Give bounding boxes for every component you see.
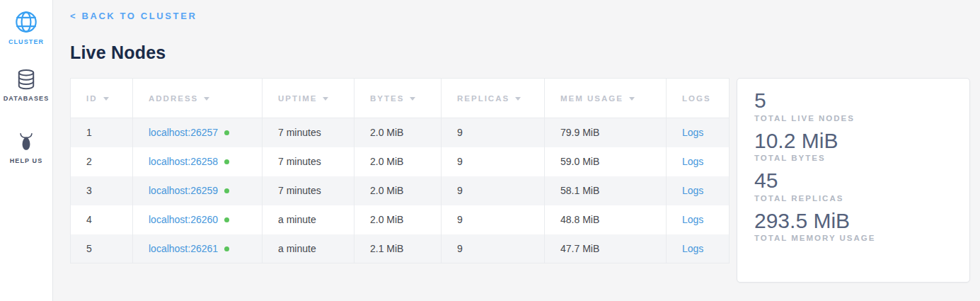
table-row: 2 localhost:26258 7 minutes 2.0 MiB 9 59… [71,147,730,176]
node-address-cell: localhost:26261 [133,234,263,263]
column-header-label: ID [86,94,98,103]
column-header-label: ADDRESS [149,94,198,103]
sort-arrow-icon [103,97,109,101]
node-live-icon [224,159,229,164]
column-header-address[interactable]: ADDRESS [133,79,263,118]
stat-label: TOTAL BYTES [754,154,952,162]
node-address-cell: localhost:26257 [133,118,263,147]
stat-value: 5 [754,89,952,113]
stat-label: TOTAL REPLICAS [754,194,952,203]
logs-cell: Logs [667,118,730,147]
sort-arrow-icon [323,97,328,101]
stat-total-replicas: 45 TOTAL REPLICAS [754,169,952,203]
main-content: < BACK TO CLUSTER Live Nodes ID ADDRESS … [53,0,980,301]
logs-cell: Logs [667,147,730,176]
uptime-cell: a minute [263,205,354,234]
column-header-mem-usage[interactable]: MEM USAGE [545,79,667,118]
page-title: Live Nodes [70,42,980,63]
back-to-cluster-link[interactable]: < BACK TO CLUSTER [70,11,197,21]
stat-value: 293.5 MiB [754,209,952,234]
column-header-label: UPTIME [278,94,317,103]
uptime-cell: a minute [263,234,354,263]
replicas-cell: 9 [442,147,545,176]
uptime-cell: 7 minutes [263,147,354,176]
column-header-label: MEM USAGE [560,94,623,103]
logs-link[interactable]: Logs [682,156,703,167]
logs-cell: Logs [667,234,730,263]
node-live-icon [224,246,229,251]
stat-label: TOTAL MEMORY USAGE [754,234,952,242]
node-address-cell: localhost:26258 [133,147,263,176]
sidebar-item-databases[interactable]: DATABASES [4,68,50,102]
bytes-cell: 2.1 MiB [354,234,442,263]
mem-usage-cell: 58.1 MiB [545,176,667,205]
column-header-label: REPLICAS [457,94,509,103]
mem-usage-cell: 79.9 MiB [545,118,667,147]
node-address-cell: localhost:26260 [133,205,263,234]
column-header-label: LOGS [682,94,711,103]
table-row: 1 localhost:26257 7 minutes 2.0 MiB 9 79… [71,118,730,147]
logs-link[interactable]: Logs [682,243,703,254]
replicas-cell: 9 [442,234,545,263]
sort-arrow-icon [204,97,209,101]
sidebar: CLUSTER DATABASES HELP US [0,0,53,301]
column-header-label: BYTES [370,94,404,103]
node-id-cell: 4 [71,205,133,234]
replicas-cell: 9 [442,176,545,205]
node-id-cell: 1 [71,118,133,147]
sidebar-item-label: HELP US [10,157,43,164]
column-header-replicas[interactable]: REPLICAS [442,79,545,118]
table-row: 4 localhost:26260 a minute 2.0 MiB 9 48.… [71,205,730,234]
stat-total-memory-usage: 293.5 MiB TOTAL MEMORY USAGE [754,209,952,243]
sort-arrow-icon [629,97,635,101]
content-row: ID ADDRESS UPTIME BYTES REPLICAS MEM USA… [70,78,980,283]
mem-usage-cell: 47.7 MiB [545,234,667,263]
live-nodes-table: ID ADDRESS UPTIME BYTES REPLICAS MEM USA… [70,78,730,263]
bug-icon [16,132,37,153]
bytes-cell: 2.0 MiB [354,176,442,205]
logs-link[interactable]: Logs [682,214,703,225]
databases-icon [15,68,38,91]
logs-link[interactable]: Logs [682,185,703,196]
mem-usage-cell: 59.0 MiB [545,147,667,176]
node-id-cell: 3 [71,176,133,205]
column-header-uptime[interactable]: UPTIME [263,79,354,118]
replicas-cell: 9 [442,118,545,147]
sidebar-item-help-us[interactable]: HELP US [10,132,43,164]
address-link[interactable]: localhost:26261 [149,243,218,254]
globe-icon [14,10,38,34]
node-id-cell: 2 [71,147,133,176]
node-live-icon [224,130,229,135]
address-link[interactable]: localhost:26257 [149,127,218,138]
cluster-summary-card: 5 TOTAL LIVE NODES 10.2 MiB TOTAL BYTES … [737,78,970,283]
uptime-cell: 7 minutes [263,118,354,147]
stat-value: 45 [754,169,952,193]
table-row: 3 localhost:26259 7 minutes 2.0 MiB 9 58… [71,176,730,205]
sort-arrow-icon [515,97,521,101]
stat-total-bytes: 10.2 MiB TOTAL BYTES [754,129,952,163]
node-live-icon [224,188,229,193]
bytes-cell: 2.0 MiB [354,205,442,234]
mem-usage-cell: 48.8 MiB [545,205,667,234]
node-address-cell: localhost:26259 [133,176,263,205]
table-header-row: ID ADDRESS UPTIME BYTES REPLICAS MEM USA… [71,79,730,118]
node-id-cell: 5 [71,234,133,263]
sort-arrow-icon [410,97,415,101]
bytes-cell: 2.0 MiB [354,147,442,176]
node-live-icon [224,217,229,222]
replicas-cell: 9 [442,205,545,234]
logs-link[interactable]: Logs [682,127,703,138]
logs-cell: Logs [667,205,730,234]
address-link[interactable]: localhost:26259 [149,185,218,196]
address-link[interactable]: localhost:26258 [149,156,218,167]
sidebar-item-label: CLUSTER [8,38,44,45]
sidebar-item-label: DATABASES [4,95,50,102]
column-header-id[interactable]: ID [71,79,133,118]
sidebar-item-cluster[interactable]: CLUSTER [8,10,44,45]
stat-total-live-nodes: 5 TOTAL LIVE NODES [754,89,952,123]
column-header-bytes[interactable]: BYTES [354,79,442,118]
address-link[interactable]: localhost:26260 [149,214,218,225]
uptime-cell: 7 minutes [263,176,354,205]
stat-value: 10.2 MiB [754,129,952,154]
bytes-cell: 2.0 MiB [354,118,442,147]
